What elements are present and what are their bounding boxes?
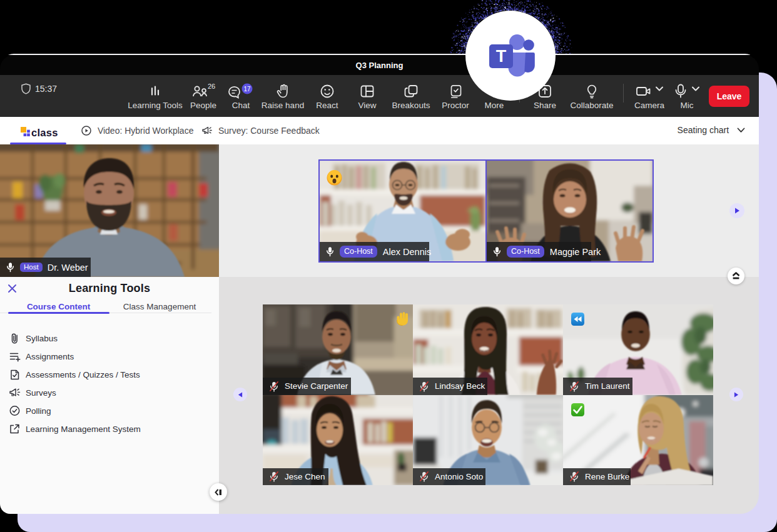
- svg-text:17: 17: [243, 86, 251, 93]
- svg-text:26: 26: [208, 83, 215, 90]
- svg-text:class: class: [31, 127, 58, 138]
- svg-text:T: T: [496, 47, 507, 66]
